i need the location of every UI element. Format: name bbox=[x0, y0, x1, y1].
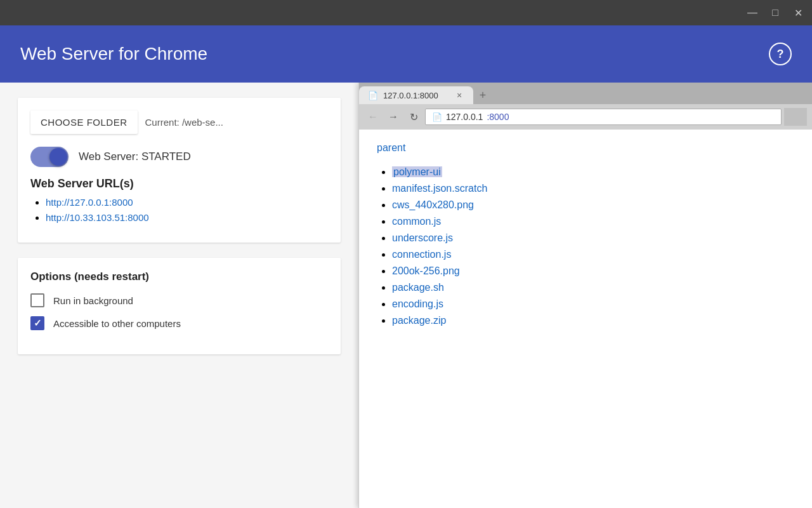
address-favicon-icon: 📄 bbox=[432, 112, 442, 122]
list-item: polymer-ui bbox=[392, 166, 794, 178]
browser-content: parent polymer-ui manifest.json.scratch … bbox=[359, 130, 812, 508]
file-link-common[interactable]: common.js bbox=[392, 216, 441, 227]
accessible-to-others-checkbox[interactable] bbox=[30, 316, 44, 330]
address-host: 127.0.0.1 bbox=[446, 112, 483, 122]
list-item: manifest.json.scratch bbox=[392, 183, 794, 194]
minimize-button[interactable]: — bbox=[746, 7, 759, 18]
run-in-background-label: Run in background bbox=[53, 295, 133, 306]
reload-button[interactable]: ↻ bbox=[405, 108, 422, 126]
url-link-1[interactable]: http://127.0.0.1:8000 bbox=[46, 197, 133, 208]
file-link-package-zip[interactable]: package.zip bbox=[392, 315, 446, 326]
file-link-underscore[interactable]: underscore.js bbox=[392, 232, 453, 243]
option-row-background: Run in background bbox=[30, 293, 328, 307]
maximize-button[interactable]: □ bbox=[769, 7, 782, 18]
browser-tab-bar: 📄 127.0.0.1:8000 × + bbox=[359, 83, 812, 104]
options-title: Options (needs restart) bbox=[30, 271, 328, 283]
app-window: Web Server for Chrome ? CHOOSE FOLDER Cu… bbox=[0, 25, 812, 508]
window-chrome: — □ ✕ bbox=[0, 0, 812, 25]
list-item: common.js bbox=[392, 216, 794, 227]
app-title: Web Server for Chrome bbox=[20, 44, 207, 64]
file-link-200ok[interactable]: 200ok-256.png bbox=[392, 265, 460, 276]
tab-title: 127.0.0.1:8000 bbox=[383, 91, 449, 100]
folder-section: CHOOSE FOLDER Current: /web-se... Web Se… bbox=[18, 98, 341, 243]
list-item: http://10.33.103.51:8000 bbox=[46, 212, 328, 224]
choose-folder-button[interactable]: CHOOSE FOLDER bbox=[30, 110, 138, 134]
option-row-accessible: Accessible to other computers bbox=[30, 316, 328, 330]
browser-chrome: 📄 127.0.0.1:8000 × + ← → ↻ 📄 127.0.0.1:8… bbox=[359, 83, 812, 130]
back-button[interactable]: ← bbox=[364, 108, 382, 126]
urls-section: Web Server URL(s) http://127.0.0.1:8000 … bbox=[30, 177, 328, 224]
address-bar[interactable]: 📄 127.0.0.1:8000 bbox=[425, 109, 782, 125]
file-link-polymer-ui[interactable]: polymer-ui bbox=[392, 166, 442, 177]
file-link-package-sh[interactable]: package.sh bbox=[392, 282, 444, 293]
server-toggle[interactable] bbox=[30, 147, 69, 167]
file-link-connection[interactable]: connection.js bbox=[392, 249, 451, 260]
help-button[interactable]: ? bbox=[769, 43, 792, 65]
content-area: CHOOSE FOLDER Current: /web-se... Web Se… bbox=[0, 83, 812, 508]
file-link-manifest[interactable]: manifest.json.scratch bbox=[392, 183, 487, 194]
forward-button[interactable]: → bbox=[384, 108, 402, 126]
parent-link[interactable]: parent bbox=[377, 142, 794, 154]
url-link-2[interactable]: http://10.33.103.51:8000 bbox=[46, 212, 149, 223]
tab-close-button[interactable]: × bbox=[454, 90, 464, 100]
server-status-label: Web Server: STARTED bbox=[79, 150, 191, 163]
list-item: package.sh bbox=[392, 282, 794, 293]
list-item: http://127.0.0.1:8000 bbox=[46, 197, 328, 208]
close-button[interactable]: ✕ bbox=[792, 7, 804, 19]
server-toggle-row: Web Server: STARTED bbox=[30, 147, 328, 167]
options-section: Options (needs restart) Run in backgroun… bbox=[18, 258, 341, 354]
list-item: package.zip bbox=[392, 315, 794, 326]
url-list: http://127.0.0.1:8000 http://10.33.103.5… bbox=[30, 197, 328, 224]
new-tab-button[interactable]: + bbox=[473, 86, 492, 104]
list-item: cws_440x280.png bbox=[392, 199, 794, 211]
list-item: underscore.js bbox=[392, 232, 794, 244]
address-port: :8000 bbox=[487, 112, 509, 122]
list-item: connection.js bbox=[392, 249, 794, 260]
toggle-thumb bbox=[49, 148, 67, 166]
urls-title: Web Server URL(s) bbox=[30, 177, 328, 190]
file-list: polymer-ui manifest.json.scratch cws_440… bbox=[377, 166, 794, 326]
current-folder-label: Current: /web-se... bbox=[138, 117, 223, 128]
list-item: encoding.js bbox=[392, 298, 794, 310]
file-link-encoding[interactable]: encoding.js bbox=[392, 298, 443, 309]
accessible-to-others-label: Accessible to other computers bbox=[53, 318, 181, 329]
left-panel: CHOOSE FOLDER Current: /web-se... Web Se… bbox=[0, 83, 358, 508]
help-icon: ? bbox=[777, 48, 784, 61]
list-item: 200ok-256.png bbox=[392, 265, 794, 277]
browser-tab[interactable]: 📄 127.0.0.1:8000 × bbox=[359, 86, 473, 104]
tab-favicon-icon: 📄 bbox=[368, 91, 378, 100]
folder-row: CHOOSE FOLDER Current: /web-se... bbox=[30, 110, 328, 134]
run-in-background-checkbox[interactable] bbox=[30, 293, 44, 307]
browser-extra-buttons bbox=[784, 108, 807, 126]
browser-panel: 📄 127.0.0.1:8000 × + ← → ↻ 📄 127.0.0.1:8… bbox=[358, 83, 812, 508]
file-link-cws[interactable]: cws_440x280.png bbox=[392, 199, 474, 210]
browser-toolbar: ← → ↻ 📄 127.0.0.1:8000 bbox=[359, 104, 812, 130]
app-header: Web Server for Chrome ? bbox=[0, 25, 812, 83]
